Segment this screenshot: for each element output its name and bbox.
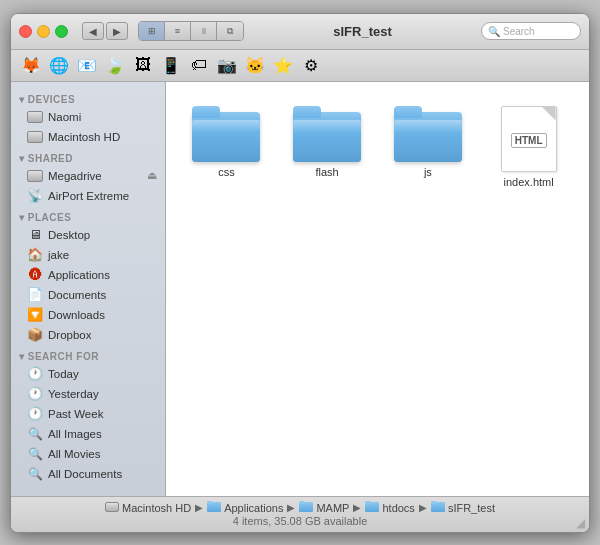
sidebar-item-airport-extreme[interactable]: 📡 AirPort Extreme bbox=[11, 186, 165, 206]
traffic-lights bbox=[19, 25, 68, 38]
breadcrumb-item-mamp[interactable]: MAMP bbox=[299, 501, 349, 514]
folder-icon-css bbox=[192, 106, 260, 162]
sidebar-item-applications[interactable]: 🅐 Applications bbox=[11, 265, 165, 285]
sidebar-item-dropbox[interactable]: 📦 Dropbox bbox=[11, 325, 165, 345]
sidebar-item-jake[interactable]: 🏠 jake bbox=[11, 245, 165, 265]
resize-handle[interactable]: ◢ bbox=[576, 516, 585, 530]
list-item[interactable]: flash bbox=[287, 102, 368, 183]
toolbar-icon-1[interactable]: 🦊 bbox=[19, 53, 43, 77]
breadcrumb-item-macintosh-hd[interactable]: Macintosh HD bbox=[105, 502, 191, 514]
maximize-button[interactable] bbox=[55, 25, 68, 38]
sidebar-label-today: Today bbox=[48, 368, 79, 380]
past-week-search-icon: 🕐 bbox=[27, 406, 43, 422]
file-label-css: css bbox=[218, 166, 235, 179]
sidebar-item-documents[interactable]: 📄 Documents bbox=[11, 285, 165, 305]
coverflow-view-button[interactable]: ⧉ bbox=[217, 22, 243, 40]
list-item[interactable]: css bbox=[186, 102, 267, 183]
documents-icon: 📄 bbox=[27, 287, 43, 303]
applications-icon: 🅐 bbox=[27, 267, 43, 283]
sidebar-label-downloads: Downloads bbox=[48, 309, 105, 321]
drive-icon bbox=[27, 168, 43, 184]
sidebar-label-past-week: Past Week bbox=[48, 408, 103, 420]
toolbar-icon-8[interactable]: 📷 bbox=[215, 53, 239, 77]
sidebar-item-naomi[interactable]: Naomi bbox=[11, 107, 165, 127]
sidebar-item-downloads[interactable]: 🔽 Downloads bbox=[11, 305, 165, 325]
sidebar-label-megadrive: Megadrive bbox=[48, 170, 102, 182]
list-item[interactable]: js bbox=[388, 102, 469, 183]
toolbar-icon-5[interactable]: 🖼 bbox=[131, 53, 155, 77]
search-placeholder: Search bbox=[503, 26, 535, 37]
toolbar-icon-9[interactable]: 🐱 bbox=[243, 53, 267, 77]
sidebar-item-all-movies[interactable]: 🔍 All Movies bbox=[11, 444, 165, 464]
close-button[interactable] bbox=[19, 25, 32, 38]
sidebar-label-yesterday: Yesterday bbox=[48, 388, 99, 400]
file-label-js: js bbox=[424, 166, 432, 179]
sidebar-label-applications: Applications bbox=[48, 269, 110, 281]
toolbar-icon-7[interactable]: 🏷 bbox=[187, 53, 211, 77]
back-button[interactable]: ◀ bbox=[82, 22, 104, 40]
file-content-area: css flash js bbox=[166, 82, 589, 496]
breadcrumb-item-sifr-test[interactable]: sIFR_test bbox=[431, 501, 495, 514]
breadcrumb-folder-icon-3 bbox=[365, 501, 379, 514]
titlebar: ◀ ▶ ⊞ ≡ ⫴ ⧉ sIFR_test 🔍 Search bbox=[11, 14, 589, 50]
breadcrumb-arrow-3: ▶ bbox=[353, 502, 361, 513]
breadcrumb-arrow-1: ▶ bbox=[195, 502, 203, 513]
folder-icon-js bbox=[394, 106, 462, 162]
sidebar-item-desktop[interactable]: 🖥 Desktop bbox=[11, 225, 165, 245]
sidebar-item-all-images[interactable]: 🔍 All Images bbox=[11, 424, 165, 444]
breadcrumb-item-applications[interactable]: Applications bbox=[207, 501, 283, 514]
sidebar-item-macintosh-hd[interactable]: Macintosh HD bbox=[11, 127, 165, 147]
html-file-icon: HTML bbox=[501, 106, 557, 172]
toolbar-icon-6[interactable]: 📱 bbox=[159, 53, 183, 77]
sidebar-label-naomi: Naomi bbox=[48, 111, 81, 123]
sidebar-label-all-documents: All Documents bbox=[48, 468, 122, 480]
breadcrumb-item-htdocs[interactable]: htdocs bbox=[365, 501, 414, 514]
folder-front bbox=[192, 120, 260, 162]
drive-icon bbox=[27, 109, 43, 125]
list-view-button[interactable]: ≡ bbox=[165, 22, 191, 40]
breadcrumb-folder-icon-4 bbox=[431, 501, 445, 514]
column-view-button[interactable]: ⫴ bbox=[191, 22, 217, 40]
list-item[interactable]: HTML index.html bbox=[488, 102, 569, 193]
devices-section-header: ▾ DEVICES bbox=[11, 88, 165, 107]
eject-button[interactable]: ⏏ bbox=[147, 169, 157, 182]
breadcrumb-label-mamp: MAMP bbox=[316, 502, 349, 514]
file-grid: css flash js bbox=[186, 102, 569, 193]
minimize-button[interactable] bbox=[37, 25, 50, 38]
file-label-flash: flash bbox=[316, 166, 339, 179]
breadcrumb: Macintosh HD ▶ Applications ▶ MAMP ▶ htd… bbox=[105, 501, 495, 514]
toolbar-icon-4[interactable]: 🍃 bbox=[103, 53, 127, 77]
search-box[interactable]: 🔍 Search bbox=[481, 22, 581, 40]
breadcrumb-label-applications: Applications bbox=[224, 502, 283, 514]
sidebar-label-desktop: Desktop bbox=[48, 229, 90, 241]
dropbox-icon: 📦 bbox=[27, 327, 43, 343]
sidebar-item-today[interactable]: 🕐 Today bbox=[11, 364, 165, 384]
home-icon: 🏠 bbox=[27, 247, 43, 263]
sidebar-label-dropbox: Dropbox bbox=[48, 329, 91, 341]
breadcrumb-drive-icon bbox=[105, 502, 119, 514]
statusbar: Macintosh HD ▶ Applications ▶ MAMP ▶ htd… bbox=[11, 496, 589, 532]
sidebar-item-all-documents[interactable]: 🔍 All Documents bbox=[11, 464, 165, 484]
sidebar-item-megadrive[interactable]: Megadrive ⏏ bbox=[11, 166, 165, 186]
sidebar-item-past-week[interactable]: 🕐 Past Week bbox=[11, 404, 165, 424]
toolbar-icon-3[interactable]: 📧 bbox=[75, 53, 99, 77]
breadcrumb-arrow-4: ▶ bbox=[419, 502, 427, 513]
sidebar-label-documents: Documents bbox=[48, 289, 106, 301]
icon-view-button[interactable]: ⊞ bbox=[139, 22, 165, 40]
file-label-index-html: index.html bbox=[504, 176, 554, 189]
desktop-icon: 🖥 bbox=[27, 227, 43, 243]
toolbar-icon-2[interactable]: 🌐 bbox=[47, 53, 71, 77]
all-documents-icon: 🔍 bbox=[27, 466, 43, 482]
sidebar-item-yesterday[interactable]: 🕐 Yesterday bbox=[11, 384, 165, 404]
status-text: 4 items, 35.08 GB available bbox=[233, 515, 368, 527]
breadcrumb-folder-icon-2 bbox=[299, 501, 313, 514]
all-images-icon: 🔍 bbox=[27, 426, 43, 442]
forward-button[interactable]: ▶ bbox=[106, 22, 128, 40]
toolbar-icon-10[interactable]: ⭐ bbox=[271, 53, 295, 77]
sidebar-label-jake: jake bbox=[48, 249, 69, 261]
html-badge: HTML bbox=[511, 133, 547, 148]
all-movies-icon: 🔍 bbox=[27, 446, 43, 462]
toolbar-icon-11[interactable]: ⚙ bbox=[299, 53, 323, 77]
yesterday-search-icon: 🕐 bbox=[27, 386, 43, 402]
sidebar-label-airport-extreme: AirPort Extreme bbox=[48, 190, 129, 202]
